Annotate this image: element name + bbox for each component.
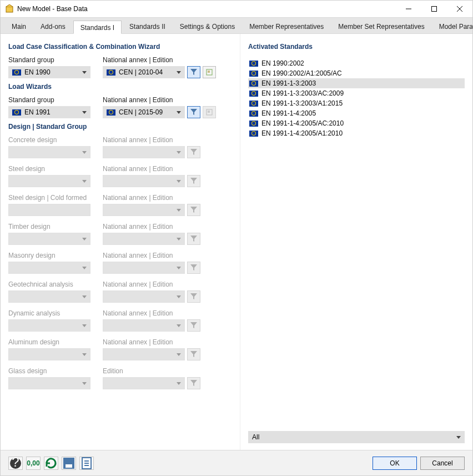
left-column: Load Case Classification & Combination W…: [1, 34, 240, 450]
notes-button[interactable]: [79, 457, 94, 470]
chevron-down-icon: [82, 267, 87, 269]
dropdown-lcc-annex[interactable]: CEN | 2010-04: [103, 66, 185, 78]
tab-standards-ii[interactable]: Standards II: [123, 20, 172, 33]
tab-member-representatives[interactable]: Member Representatives: [243, 20, 330, 33]
design-label: Aluminum design: [8, 338, 90, 346]
filter-button: [187, 204, 200, 216]
chevron-down-icon: [177, 382, 181, 385]
standard-item[interactable]: EN 1991-1-3:2003: [248, 78, 465, 88]
svg-rect-6: [208, 71, 210, 73]
chevron-down-icon: [82, 238, 87, 240]
dropdown-lw-standard-group[interactable]: EN 1991: [8, 106, 90, 118]
section-title-load-wizards: Load Wizards: [8, 83, 232, 91]
filter-button: [187, 233, 200, 245]
dropdown-design-sg: [8, 290, 90, 303]
dropdown-design-sg: [8, 146, 90, 158]
section-title-activated: Activated Standards: [248, 43, 465, 51]
standard-item[interactable]: EN 1991-1-3:2003/AC:2009: [248, 88, 465, 98]
chevron-down-icon: [177, 111, 181, 114]
filter-button: [187, 262, 200, 274]
chevron-down-icon: [82, 180, 87, 183]
standard-item[interactable]: EN 1990:2002/A1:2005/AC: [248, 68, 465, 78]
tab-settings-options[interactable]: Settings & Options: [173, 20, 241, 33]
chevron-down-icon: [177, 353, 181, 356]
tab-standards-i[interactable]: Standards I: [73, 21, 122, 34]
chevron-down-icon: [177, 180, 181, 183]
design-annex-label: National annex | Edition: [103, 280, 200, 288]
filter-button: [187, 290, 200, 303]
save-preset-button[interactable]: [62, 457, 76, 470]
window-titlebar: New Model - Base Data: [1, 1, 472, 17]
filter-button[interactable]: [187, 106, 200, 118]
filter-button: [187, 319, 200, 332]
design-annex-label: National annex | Edition: [103, 136, 200, 144]
standard-item[interactable]: EN 1991-1-3:2003/A1:2015: [248, 98, 465, 108]
maximize-button[interactable]: [421, 1, 447, 17]
standard-item[interactable]: EN 1991-1-4:2005/A1:2010: [248, 128, 465, 138]
label-standard-group: Standard group: [8, 56, 90, 64]
tab-strip: MainAdd-onsStandards IStandards IISettin…: [1, 17, 472, 34]
chevron-down-icon: [456, 436, 461, 439]
standard-item[interactable]: EN 1990:2002: [248, 58, 465, 68]
eu-flag-icon: [107, 69, 115, 76]
dropdown-design-annex: [103, 146, 185, 158]
app-icon: [5, 4, 14, 13]
standard-item-label: EN 1990:2002/A1:2005/AC: [261, 69, 342, 77]
svg-rect-12: [66, 464, 72, 468]
chevron-down-icon: [82, 151, 87, 154]
tab-main[interactable]: Main: [5, 20, 33, 33]
design-annex-label: Edition: [103, 367, 200, 375]
design-annex-label: National annex | Edition: [103, 252, 200, 259]
window-buttons: [396, 1, 472, 17]
tab-member-set-representatives[interactable]: Member Set Representatives: [331, 20, 431, 33]
ok-button[interactable]: OK: [373, 457, 417, 470]
dropdown-design-annex: [103, 262, 185, 274]
standard-item[interactable]: EN 1991-1-4:2005: [248, 108, 465, 118]
design-annex-label: National annex | Edition: [103, 194, 200, 202]
design-annex-label: National annex | Edition: [103, 165, 200, 173]
dropdown-design-annex: [103, 348, 185, 360]
dropdown-design-annex: [103, 377, 185, 389]
filter-button: [187, 348, 200, 360]
chevron-down-icon: [177, 238, 181, 240]
dropdown-design-annex: [103, 290, 185, 303]
standard-item[interactable]: EN 1991-1-4:2005/AC:2010: [248, 118, 465, 128]
tab-model-parameters[interactable]: Model Parameters: [432, 20, 473, 33]
chevron-down-icon: [82, 324, 87, 327]
dropdown-standards-filter[interactable]: All: [248, 431, 465, 443]
filter-button: [187, 377, 200, 389]
window-title: New Model - Base Data: [17, 5, 396, 13]
dropdown-design-annex: [103, 175, 185, 187]
svg-rect-2: [432, 7, 437, 12]
minimize-button[interactable]: [396, 1, 421, 17]
standard-item-label: EN 1991-1-3:2003/A1:2015: [261, 99, 343, 107]
dropdown-design-sg: [8, 262, 90, 274]
eu-flag-icon: [249, 121, 258, 127]
chevron-down-icon: [177, 324, 181, 327]
eu-flag-icon: [249, 61, 258, 67]
dropdown-lcc-standard-group[interactable]: EN 1990: [8, 66, 90, 78]
help-button[interactable]: ?: [8, 457, 23, 470]
dropdown-lw-annex[interactable]: CEN | 2015-09: [103, 106, 185, 118]
filter-button: [187, 175, 200, 187]
chevron-down-icon: [177, 151, 181, 154]
cancel-button[interactable]: Cancel: [420, 457, 465, 470]
filter-button[interactable]: [187, 66, 200, 78]
units-button[interactable]: 0,00: [26, 457, 41, 470]
design-annex-label: National annex | Edition: [103, 338, 200, 346]
standard-item-label: EN 1991-1-4:2005/AC:2010: [261, 119, 344, 127]
library-button: [203, 106, 216, 118]
eu-flag-icon: [249, 91, 258, 97]
activated-standards-list: EN 1990:2002EN 1990:2002/A1:2005/ACEN 19…: [248, 58, 465, 431]
eu-flag-icon: [249, 101, 258, 107]
library-button[interactable]: [203, 66, 216, 78]
dialog-footer: ? 0,00 OK Cancel: [1, 450, 472, 475]
tab-add-ons[interactable]: Add-ons: [34, 20, 72, 33]
design-label: Geotechnical analysis: [8, 280, 90, 288]
design-annex-label: National annex | Edition: [103, 309, 200, 317]
chevron-down-icon: [82, 111, 87, 114]
refresh-button[interactable]: [44, 457, 58, 470]
close-button[interactable]: [447, 1, 472, 17]
chevron-down-icon: [82, 353, 87, 356]
dropdown-design-annex: [103, 204, 185, 216]
